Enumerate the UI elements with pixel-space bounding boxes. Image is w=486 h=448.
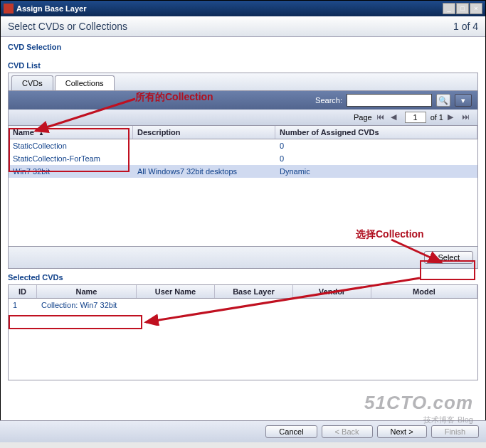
table-row[interactable]: StaticCollection-ForTeam 0	[9, 152, 477, 165]
step-indicator: 1 of 4	[453, 21, 478, 32]
selected-cvds-panel: ID Name User Name Base Layer Vendor Mode…	[8, 284, 478, 380]
grid-header: Name▲ Description Number of Assigned CVD…	[9, 126, 477, 139]
tab-collections[interactable]: Collections	[55, 75, 115, 90]
pager-first-icon[interactable]: ⏮	[376, 112, 386, 122]
pager-input[interactable]	[405, 112, 426, 123]
window-title: Assign Base Layer	[16, 4, 86, 13]
col-name[interactable]: Name▲	[9, 126, 133, 139]
app-icon	[4, 4, 14, 14]
back-button[interactable]: < Back	[322, 425, 373, 438]
funnel-icon: ▾	[461, 96, 465, 105]
col-assigned-cvds[interactable]: Number of Assigned CVDs	[275, 126, 477, 139]
pager-last-icon[interactable]: ⏭	[462, 112, 472, 122]
cvd-list-label: CVD List	[8, 61, 478, 70]
maximize-button[interactable]: □	[456, 3, 469, 14]
grid-body: StaticCollection 0 StaticCollection-ForT…	[9, 139, 477, 246]
cvd-list-panel: CVDs Collections Search: 🔍 ▾ Page ⏮ ◀ of…	[8, 73, 478, 247]
wizard-header: Select CVDs or Collections 1 of 4	[1, 16, 485, 37]
search-label: Search:	[315, 96, 342, 105]
pager-next-icon[interactable]: ▶	[448, 112, 458, 122]
tab-cvds[interactable]: CVDs	[11, 75, 53, 90]
col-base-layer[interactable]: Base Layer	[215, 285, 293, 298]
finish-button[interactable]: Finish	[431, 425, 479, 438]
filter-button[interactable]: ▾	[455, 94, 472, 107]
page-title: Select CVDs or Collections	[8, 21, 127, 32]
search-button[interactable]: 🔍	[436, 94, 450, 107]
col-vendor[interactable]: Vendor	[293, 285, 371, 298]
col-id[interactable]: ID	[9, 285, 37, 298]
col-model[interactable]: Model	[371, 285, 477, 298]
titlebar: Assign Base Layer _ □ ×	[1, 1, 485, 16]
selected-grid-header: ID Name User Name Base Layer Vendor Mode…	[9, 285, 477, 299]
watermark: 51CTO.com 技术博客 Blog	[364, 392, 473, 425]
sort-asc-icon: ▲	[38, 130, 44, 137]
selected-cvds-label: Selected CVDs	[8, 273, 478, 282]
col-description[interactable]: Description	[133, 126, 275, 139]
next-button[interactable]: Next >	[377, 425, 427, 438]
minimize-button[interactable]: _	[443, 3, 455, 14]
col-sel-name[interactable]: Name	[37, 285, 137, 298]
search-input[interactable]	[347, 94, 432, 107]
select-button[interactable]: Select	[424, 251, 473, 264]
col-user-name[interactable]: User Name	[137, 285, 215, 298]
table-row[interactable]: 1 Collection: Win7 32bit	[9, 299, 477, 311]
pager-page-label: Page	[354, 113, 372, 122]
cancel-button[interactable]: Cancel	[265, 425, 317, 438]
pager-prev-icon[interactable]: ◀	[391, 112, 401, 122]
pager-of-label: of 1	[430, 113, 443, 122]
magnifier-icon: 🔍	[438, 96, 448, 105]
table-row[interactable]: Win7 32bit All Windows7 32bit desktops D…	[9, 165, 477, 178]
select-bar: Select	[8, 247, 478, 269]
close-button[interactable]: ×	[470, 3, 482, 14]
section-cvd-selection: CVD Selection	[1, 37, 485, 54]
table-row[interactable]: StaticCollection 0	[9, 139, 477, 152]
